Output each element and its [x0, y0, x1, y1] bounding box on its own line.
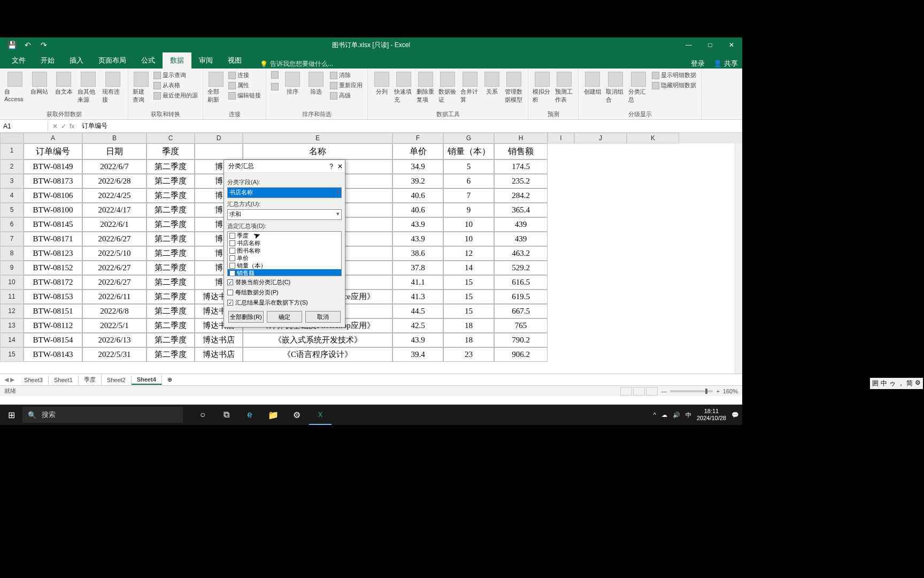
sort-button[interactable]: 排序 — [281, 71, 304, 97]
excel-taskbar-icon[interactable]: x — [309, 405, 332, 425]
zoom-out-button[interactable]: — — [661, 388, 667, 394]
data-cell[interactable]: 284.2 — [494, 188, 548, 203]
data-val-button[interactable]: 数据验证 — [437, 71, 458, 105]
list-item[interactable]: 图书名称 — [228, 247, 341, 254]
data-cell[interactable]: BTW-08149 — [24, 159, 82, 174]
data-cell[interactable]: 39.4 — [392, 347, 443, 362]
data-cell[interactable]: 43.9 — [392, 217, 443, 232]
minimize-button[interactable]: — — [678, 37, 699, 52]
recent-sources-button[interactable]: 最近使用的源 — [152, 91, 199, 100]
row-header[interactable]: 8 — [0, 246, 24, 261]
field-select[interactable]: 书店名称 — [227, 187, 342, 198]
dialog-close-button[interactable]: ✕ — [337, 163, 343, 170]
column-header[interactable]: K — [627, 133, 679, 143]
data-cell[interactable]: 2022/6/27 — [82, 232, 147, 246]
header-cell[interactable]: 销售额 — [494, 143, 548, 159]
zoom-slider[interactable] — [670, 390, 713, 392]
tab-insert[interactable]: 插入 — [62, 52, 91, 69]
tab-review[interactable]: 审阅 — [191, 52, 220, 69]
row-header[interactable]: 5 — [0, 203, 24, 217]
cancel-icon[interactable]: ✕ — [52, 123, 58, 130]
add-sheet-button[interactable]: ⊕ — [162, 376, 178, 383]
data-cell[interactable]: BTW-08173 — [24, 174, 82, 188]
data-cell[interactable]: 第二季度 — [147, 217, 195, 232]
ime-btn[interactable]: ⚙ — [915, 379, 921, 388]
connections-button[interactable]: 连接 — [227, 71, 263, 80]
filter-button[interactable]: 筛选 — [305, 71, 327, 97]
data-cell[interactable]: 第二季度 — [147, 203, 195, 217]
data-cell[interactable]: 15 — [443, 275, 494, 290]
remove-dup-button[interactable]: 删除重复项 — [415, 71, 436, 105]
select-all-corner[interactable] — [0, 133, 24, 143]
tab-formulas[interactable]: 公式 — [134, 52, 163, 69]
group-button[interactable]: 创建组 — [582, 71, 604, 97]
replace-check[interactable]: ✓替换当前分类汇总(C) — [227, 278, 342, 286]
row-header[interactable]: 9 — [0, 261, 24, 275]
data-cell[interactable]: BTW-08143 — [24, 347, 82, 362]
volume-icon[interactable]: 🔊 — [673, 412, 680, 419]
data-cell[interactable]: 博达书店 — [195, 347, 243, 362]
ime-btn[interactable]: ， — [898, 379, 904, 388]
tab-nav-icon[interactable]: ◀ ▶ — [0, 376, 19, 383]
advanced-button[interactable]: 高级 — [328, 91, 364, 100]
data-cell[interactable]: 5 — [443, 159, 494, 174]
data-cell[interactable]: 44.5 — [392, 304, 443, 318]
data-cell[interactable]: 41.3 — [392, 290, 443, 304]
data-cell[interactable]: BTW-08100 — [24, 203, 82, 217]
ime-btn[interactable]: ゥ — [889, 379, 896, 388]
data-cell[interactable]: 第二季度 — [147, 232, 195, 246]
sheet-tab[interactable]: Sheet1 — [49, 376, 79, 384]
relations-button[interactable]: 关系 — [481, 71, 502, 97]
data-cell[interactable]: BTW-08172 — [24, 275, 82, 290]
data-cell[interactable]: 10 — [443, 232, 494, 246]
ungroup-button[interactable]: 取消组合 — [605, 71, 627, 105]
header-cell[interactable]: 名称 — [243, 143, 392, 159]
tab-file[interactable]: 文件 — [4, 52, 33, 69]
start-button[interactable]: ⊞ — [0, 405, 22, 425]
from-text-button[interactable]: 自文本 — [52, 71, 76, 97]
show-detail-button[interactable]: 显示明细数据 — [650, 71, 698, 80]
data-cell[interactable]: 43.9 — [392, 232, 443, 246]
data-cell[interactable]: 174.5 — [494, 159, 548, 174]
row-header[interactable]: 3 — [0, 174, 24, 188]
header-cell[interactable]: 日期 — [82, 143, 147, 159]
row-header[interactable]: 11 — [0, 290, 24, 304]
data-cell[interactable]: 第二季度 — [147, 261, 195, 275]
row-header[interactable]: 2 — [0, 159, 24, 174]
row-header[interactable]: 14 — [0, 333, 24, 347]
header-cell[interactable]: 季度 — [147, 143, 195, 159]
data-cell[interactable]: 667.5 — [494, 304, 548, 318]
existing-conn-button[interactable]: 现有连接 — [101, 71, 125, 105]
column-header[interactable]: E — [243, 133, 392, 143]
normal-view-button[interactable] — [620, 387, 632, 396]
subtotal-button[interactable]: 分类汇总 — [627, 71, 649, 105]
data-cell[interactable]: 463.2 — [494, 246, 548, 261]
checkbox-icon[interactable] — [229, 263, 235, 269]
checkbox-icon[interactable] — [229, 240, 235, 246]
fx-icon[interactable]: fx — [70, 123, 74, 130]
data-cell[interactable]: 41.1 — [392, 275, 443, 290]
data-cell[interactable]: 23 — [443, 347, 494, 362]
data-cell[interactable]: 2022/6/27 — [82, 275, 147, 290]
pagebreak-check[interactable]: 每组数据分页(P) — [227, 288, 342, 296]
data-cell[interactable]: 2022/4/17 — [82, 203, 147, 217]
data-cell[interactable]: 第二季度 — [147, 290, 195, 304]
ime-toolbar[interactable]: 囲 中 ゥ ， 简 ⚙ — [870, 378, 923, 389]
checkbox-icon[interactable] — [227, 290, 233, 295]
from-other-button[interactable]: 自其他来源 — [76, 71, 100, 105]
column-header[interactable]: H — [494, 133, 548, 143]
data-cell[interactable]: 616.5 — [494, 275, 548, 290]
help-button[interactable]: ? — [329, 163, 333, 170]
tab-home[interactable]: 开始 — [33, 52, 62, 69]
data-cell[interactable]: 619.5 — [494, 290, 548, 304]
data-cell[interactable]: 14 — [443, 261, 494, 275]
enter-icon[interactable]: ✓ — [61, 123, 66, 130]
data-cell[interactable]: 2022/5/31 — [82, 347, 147, 362]
ime-btn[interactable]: 简 — [906, 379, 913, 388]
undo-icon[interactable]: ↶ — [24, 41, 32, 49]
sort-az-button[interactable] — [270, 71, 280, 79]
method-select[interactable]: 求和 — [227, 209, 342, 220]
dialog-titlebar[interactable]: 分类汇总 ? ✕ — [224, 160, 345, 173]
formula-input[interactable]: 订单编号 — [79, 120, 742, 132]
row-header[interactable]: 7 — [0, 232, 24, 246]
